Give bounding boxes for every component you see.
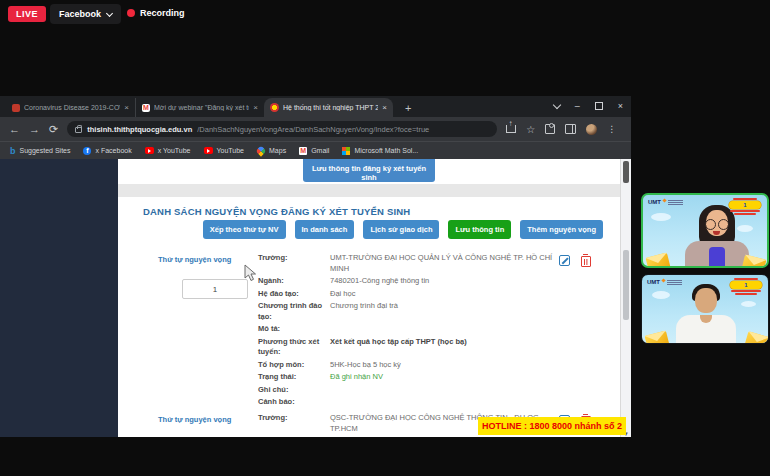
field-row: Trạng thái:Đã ghi nhận NV: [258, 372, 563, 383]
profile-avatar[interactable]: [586, 124, 597, 135]
recording-indicator: Recording: [127, 8, 185, 18]
bookmark-star-icon[interactable]: ☆: [526, 124, 535, 135]
lock-icon: [75, 127, 82, 133]
field-label: Phương thức xét tuyển:: [258, 337, 330, 358]
bookmark-label: Maps: [269, 147, 286, 154]
channel-selector[interactable]: Facebook: [50, 4, 121, 24]
maximize-button[interactable]: [595, 102, 603, 110]
channel-label: Facebook: [59, 9, 101, 19]
webcam-participant[interactable]: UMT 1: [641, 274, 769, 344]
share-icon[interactable]: [506, 125, 516, 133]
field-row: Tổ hợp môn:5HK-Học bạ 5 học kỳ: [258, 360, 563, 371]
new-tab-button[interactable]: +: [405, 99, 411, 117]
action-button[interactable]: Thêm nguyện vọng: [520, 220, 603, 239]
browser-menu-icon[interactable]: ⋮: [607, 124, 616, 134]
save-registration-button[interactable]: Lưu thông tin đăng ký xét tuyển sinh: [303, 159, 435, 182]
promo-pill: 1: [729, 201, 761, 209]
entry-actions: [559, 255, 591, 267]
cloud-decoration: [651, 213, 671, 221]
bookmark-label: x YouTube: [158, 147, 191, 154]
trash-icon[interactable]: [581, 256, 591, 267]
field-label: Trường:: [258, 253, 330, 274]
microsoft-icon: [342, 147, 350, 155]
facebook-icon: f: [83, 147, 91, 155]
cloud-decoration: [737, 225, 753, 232]
side-panel-icon[interactable]: [565, 124, 576, 134]
action-button[interactable]: In danh sách: [295, 220, 355, 239]
field-value: 5HK-Học bạ 5 học kỳ: [330, 360, 563, 371]
glasses-icon: [705, 219, 716, 230]
bookmark-item[interactable]: fx Facebook: [83, 147, 131, 155]
wishlist-card: DANH SÁCH NGUYỆN VỌNG ĐĂNG KÝ XÉT TUYỂN …: [118, 197, 620, 437]
umt-logo-text: UMT: [648, 199, 661, 205]
window-close-button[interactable]: ×: [618, 101, 623, 111]
close-icon[interactable]: ×: [382, 103, 387, 112]
bookmark-item[interactable]: x YouTube: [145, 147, 191, 154]
recording-label: Recording: [140, 8, 185, 18]
tab-thpt-system[interactable]: Hệ thống thi tốt nghiệp THPT 20 ×: [264, 98, 393, 117]
webcam-speaker[interactable]: UMT 1: [641, 193, 769, 268]
bookmark-item[interactable]: Microsoft Math Sol...: [342, 147, 418, 155]
back-button[interactable]: ←: [9, 124, 20, 135]
tab-webinar-mail[interactable]: M Mời dự webinar "Đăng ký xét tuy ×: [135, 98, 264, 117]
page-scrollbar[interactable]: ▼: [620, 159, 631, 437]
field-label: Ngành:: [258, 276, 330, 287]
toolbar-right-icons: ☆ ⋮: [506, 124, 616, 135]
order-label: Thứ tự nguyện vọng: [158, 415, 242, 425]
extensions-icon[interactable]: [545, 124, 555, 134]
address-bar[interactable]: thisinh.thithptquocgia.edu.vn /DanhSachN…: [67, 121, 497, 137]
cloud-decoration: [741, 301, 756, 307]
participant-face: [695, 288, 717, 313]
bookmark-label: YouTube: [217, 147, 245, 154]
field-label: Ghi chú:: [258, 385, 330, 396]
window-controls: – ×: [554, 97, 623, 115]
field-row: Ghi chú:: [258, 385, 563, 396]
bookmark-label: Gmail: [311, 147, 329, 154]
bookmark-item[interactable]: bSuggested Sites: [10, 147, 70, 155]
umt-logo-lines: [668, 200, 683, 205]
minimize-button[interactable]: –: [575, 101, 580, 111]
chevron-down-icon: [106, 9, 113, 16]
bookmark-item[interactable]: Maps: [257, 147, 286, 155]
close-icon[interactable]: ×: [124, 103, 129, 112]
page-title: DANH SÁCH NGUYỆN VỌNG ĐĂNG KÝ XÉT TUYỂN …: [143, 206, 410, 217]
tab-coronavirus[interactable]: Coronavirus Disease 2019-COVI ×: [6, 98, 135, 117]
field-value: 7480201-Công nghệ thông tin: [330, 276, 563, 287]
page-body: Lưu thông tin đăng ký xét tuyển sinh DAN…: [118, 159, 620, 437]
mouse-cursor: [244, 264, 257, 282]
field-value: Chương trình đại trà: [330, 301, 563, 322]
bookmarks-bar: bSuggested Sitesfx Facebookx YouTubeYouT…: [0, 141, 631, 159]
action-button[interactable]: Lịch sử giao dịch: [363, 220, 439, 239]
umt-logo: UMT: [648, 199, 683, 205]
window-chevron-icon[interactable]: [552, 100, 560, 108]
bookmark-item[interactable]: MGmail: [299, 147, 329, 155]
field-label: Trường:: [258, 413, 330, 434]
scrollbar-thumb[interactable]: [623, 250, 629, 320]
page-toolbar: Xếp theo thứ tự NVIn danh sáchLịch sử gi…: [203, 220, 603, 239]
promo-pill: 1: [730, 281, 762, 289]
field-label: Hệ đào tạo:: [258, 289, 330, 300]
tab-title: Hệ thống thi tốt nghiệp THPT 20: [283, 104, 378, 111]
forward-button[interactable]: →: [29, 124, 40, 135]
envelope-decoration: [646, 253, 671, 268]
order-input[interactable]: [182, 279, 248, 299]
umt-logo-lines: [667, 280, 682, 285]
field-row: Ngành:7480201-Công nghệ thông tin: [258, 276, 563, 287]
envelope-decoration: [744, 331, 769, 344]
tab-title: Coronavirus Disease 2019-COVI: [24, 104, 120, 111]
action-button[interactable]: Xếp theo thứ tự NV: [203, 220, 286, 239]
bing-icon: b: [10, 147, 16, 155]
edit-icon[interactable]: [559, 255, 570, 266]
scrollbar-top-thumb[interactable]: [623, 161, 629, 183]
field-row: Mô tả:: [258, 324, 563, 335]
divider-band: [118, 184, 620, 197]
field-label: Mô tả:: [258, 324, 330, 335]
close-icon[interactable]: ×: [253, 103, 258, 112]
field-value: [330, 385, 563, 396]
order-label: Thứ tự nguyện vọng: [158, 255, 242, 265]
refresh-button[interactable]: ⟳: [49, 124, 58, 135]
bookmark-item[interactable]: YouTube: [204, 147, 245, 154]
youtube-icon: [145, 147, 154, 154]
action-button[interactable]: Lưu thông tin: [448, 220, 511, 239]
field-row: Cảnh báo:: [258, 397, 563, 408]
